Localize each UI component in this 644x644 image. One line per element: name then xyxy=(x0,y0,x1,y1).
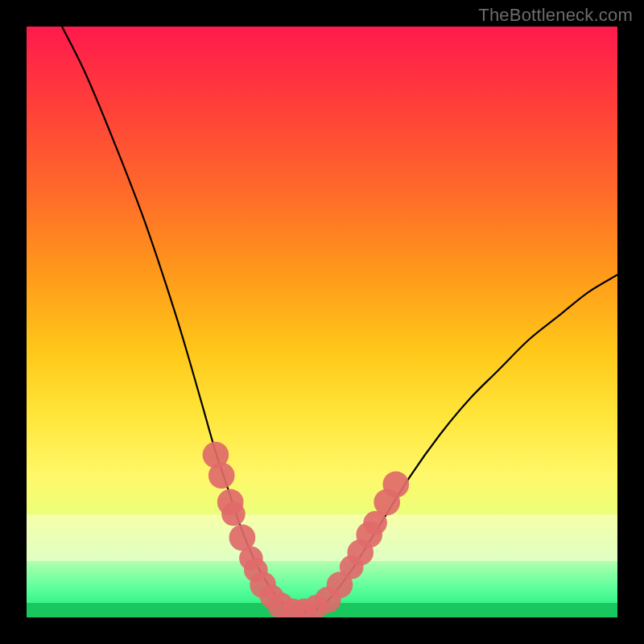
bead-marker xyxy=(208,463,235,489)
bead-marker xyxy=(221,502,246,526)
bead-marker xyxy=(383,472,410,498)
bottleneck-curve xyxy=(62,27,617,613)
plot-area xyxy=(27,27,617,617)
attribution-text: TheBottleneck.com xyxy=(478,5,633,26)
chart-frame: TheBottleneck.com xyxy=(0,0,644,644)
bead-group xyxy=(203,442,410,617)
chart-svg xyxy=(27,27,617,617)
